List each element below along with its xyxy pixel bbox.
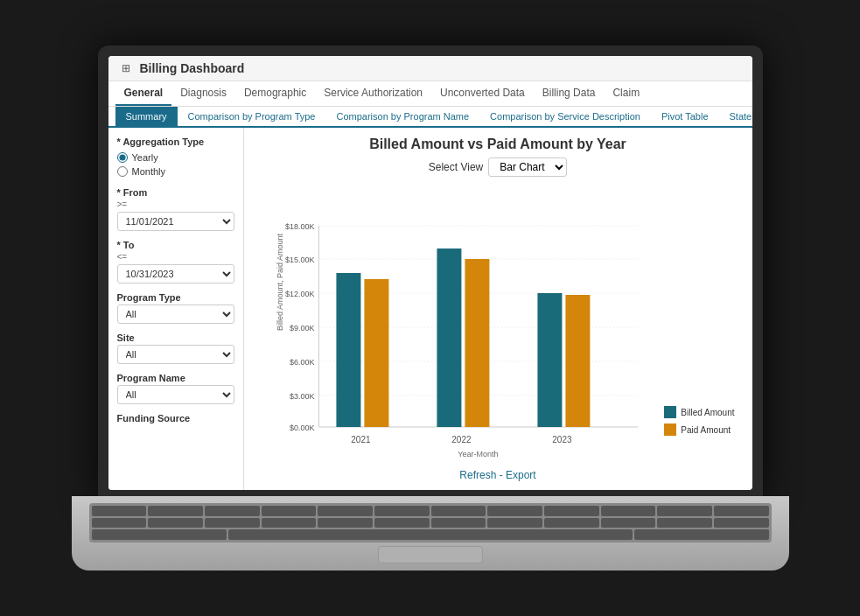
keyboard-keys [89, 503, 772, 542]
key [318, 518, 373, 528]
tab-service-auth[interactable]: Service Authorization [315, 81, 431, 106]
legend-paid-color [664, 424, 676, 436]
laptop-wrapper: ⊞ Billing Dashboard General Diagnosis De… [72, 46, 789, 570]
from-op: >= [117, 200, 234, 209]
key [657, 506, 712, 516]
spacebar-key [228, 529, 633, 540]
to-label: * To [117, 240, 234, 250]
program-name-select[interactable]: All [117, 385, 234, 404]
program-type-select[interactable]: All [117, 304, 234, 324]
bar-2023-billed [537, 293, 562, 427]
app-title: Billing Dashboard [140, 61, 245, 75]
from-date-select[interactable]: 11/01/2021 [117, 212, 234, 231]
key-row-1 [92, 506, 769, 516]
x-label-2021: 2021 [351, 435, 371, 444]
key [148, 518, 203, 528]
funding-source-label: Funding Source [117, 413, 234, 424]
legend-billed: Billed Amount [664, 406, 734, 418]
export-link[interactable]: Export [506, 469, 536, 481]
svg-text:Billed Amount, Paid Amount: Billed Amount, Paid Amount [276, 233, 284, 331]
key [92, 518, 147, 528]
subtab-pivot-table[interactable]: Pivot Table [651, 107, 719, 128]
x-label-2022: 2022 [451, 435, 472, 444]
subtab-comparison-program-name[interactable]: Comparison by Program Name [325, 107, 479, 128]
program-name-group: Program Name All [117, 373, 234, 404]
app-grid-icon: ⊞ [119, 61, 133, 75]
svg-text:$18.00K: $18.00K [284, 222, 314, 231]
program-type-group: Program Type All [117, 292, 234, 324]
select-view-label: Select View [429, 161, 483, 173]
key [544, 518, 599, 528]
key [92, 506, 147, 516]
subtab-comparison-service-desc[interactable]: Comparison by Service Description [479, 107, 651, 128]
chart-view-select[interactable]: Bar Chart [488, 158, 567, 177]
to-date-select[interactable]: 10/31/2023 [117, 264, 234, 284]
key-row-2 [92, 518, 769, 528]
aggregation-type-group: * Aggregation Type Yearly Monthly [117, 136, 234, 177]
key-row-3 [92, 529, 769, 540]
key [148, 506, 203, 516]
tab-unconverted[interactable]: Unconverted Data [431, 81, 534, 106]
tab-diagnosis[interactable]: Diagnosis [171, 81, 235, 106]
key [205, 518, 260, 528]
key [544, 506, 599, 516]
site-select[interactable]: All [117, 345, 234, 364]
subtab-summary[interactable]: Summary [115, 107, 178, 128]
radio-monthly-input[interactable] [117, 166, 128, 177]
key [262, 506, 317, 516]
laptop-screen: ⊞ Billing Dashboard General Diagnosis De… [108, 56, 752, 490]
svg-text:$12.00K: $12.00K [284, 290, 314, 298]
tab-demographic[interactable]: Demographic [235, 81, 315, 106]
key [205, 506, 260, 516]
key [601, 518, 656, 528]
key [92, 529, 227, 540]
main-nav: General Diagnosis Demographic Service Au… [108, 81, 752, 107]
radio-monthly-label: Monthly [132, 166, 166, 177]
chart-title: Billed Amount vs Paid Amount by Year [369, 136, 626, 152]
chart-container: Billed Amount, Paid Amount $18.00K $15.0… [262, 186, 735, 462]
aggregation-radio-group: Yearly Monthly [117, 152, 234, 177]
svg-text:$15.00K: $15.00K [284, 256, 314, 264]
chart-svg-wrapper: Billed Amount, Paid Amount $18.00K $15.0… [262, 217, 656, 462]
bar-2023-paid [565, 295, 590, 427]
svg-text:$0.00K: $0.00K [289, 424, 314, 432]
key [657, 518, 712, 528]
legend-paid: Paid Amount [664, 424, 734, 436]
subtab-comparison-program-type[interactable]: Comparison by Program Type [178, 107, 326, 128]
touchpad[interactable] [378, 546, 483, 564]
legend-billed-color [664, 406, 676, 418]
radio-monthly[interactable]: Monthly [117, 166, 234, 177]
x-axis-label: Year-Month [458, 450, 498, 458]
laptop-keyboard [72, 496, 789, 570]
radio-yearly[interactable]: Yearly [117, 152, 234, 163]
radio-yearly-input[interactable] [117, 152, 128, 163]
bar-chart-svg: Billed Amount, Paid Amount $18.00K $15.0… [262, 217, 656, 462]
key [374, 506, 430, 516]
tab-billing-data[interactable]: Billing Data [534, 81, 605, 106]
radio-yearly-label: Yearly [132, 152, 158, 163]
tab-claim[interactable]: Claim [604, 81, 648, 106]
to-group: * To <= 10/31/2023 [117, 240, 234, 284]
refresh-link[interactable]: Refresh [459, 469, 496, 481]
svg-text:$3.00K: $3.00K [289, 392, 314, 401]
tab-general[interactable]: General [115, 81, 172, 106]
legend-paid-label: Paid Amount [681, 425, 731, 435]
key [487, 506, 542, 516]
chart-legend: Billed Amount Paid Amount [655, 406, 734, 462]
key [431, 506, 486, 516]
site-group: Site All [117, 332, 234, 364]
from-label: * From [117, 187, 234, 198]
chart-footer: Refresh - Export [459, 469, 535, 481]
sub-nav: Summary Comparison by Program Type Compa… [108, 107, 752, 128]
subtab-states-counties[interactable]: States and Counties [719, 107, 752, 128]
x-label-2023: 2023 [552, 435, 572, 444]
main-content: * Aggregation Type Yearly Monthly [108, 128, 752, 490]
svg-text:$6.00K: $6.00K [289, 358, 314, 367]
chart-area: Billed Amount vs Paid Amount by Year Sel… [244, 128, 752, 490]
program-name-label: Program Name [117, 373, 234, 383]
bar-2022-billed [437, 248, 461, 427]
screen-bezel: ⊞ Billing Dashboard General Diagnosis De… [98, 46, 763, 500]
key [487, 518, 542, 528]
key [714, 506, 769, 516]
titlebar: ⊞ Billing Dashboard [108, 56, 752, 81]
